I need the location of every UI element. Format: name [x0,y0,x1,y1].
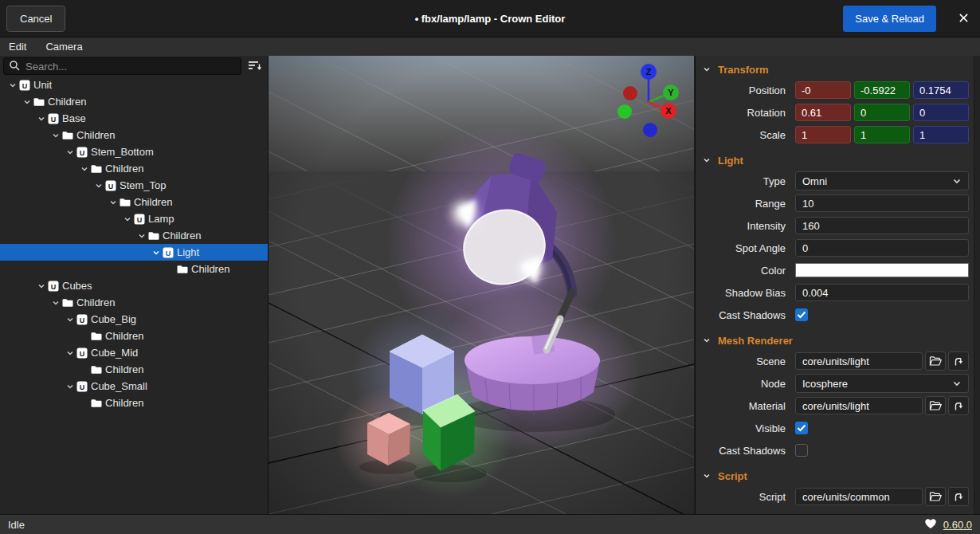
heart-icon[interactable] [924,518,937,532]
tree-item-label: Stem_Bottom [91,146,154,158]
tree-item-stem-top[interactable]: UStem_Top [0,177,268,194]
color-swatch[interactable] [795,263,969,277]
tree-item-label: Cube_Big [91,313,136,325]
material-input[interactable]: core/units/light [795,397,923,414]
viewport-3d[interactable]: Z Y X [269,56,694,514]
scene-browse-button[interactable] [925,351,946,371]
chevron-down-icon[interactable] [64,378,76,395]
unit-icon: U [76,143,91,160]
tree-item-label: Light [177,246,199,258]
tree-item-cube-big[interactable]: UCube_Big [0,311,268,328]
version-link[interactable]: 0.60.0 [943,519,972,531]
save-reload-button-label: Save & Reload [855,13,924,25]
tree-item-cube-small[interactable]: UCube_Small [0,378,268,395]
tree-item-children[interactable]: Children [0,294,268,311]
tree-item-children[interactable]: Children [0,361,268,378]
field-scale-y[interactable]: 1 [854,126,910,143]
tree-item-cubes[interactable]: UCubes [0,277,268,294]
chevron-down-icon[interactable] [703,156,711,164]
range-input[interactable]: 10 [795,194,969,212]
chevron-down-icon[interactable] [92,177,105,194]
intensity-input[interactable]: 160 [795,217,969,234]
tree-item-children[interactable]: Children [0,227,268,244]
field-scale-z[interactable]: 1 [913,126,969,143]
folder-icon [62,127,76,143]
chevron-down-icon[interactable] [64,344,76,361]
cast-shadows-checkbox[interactable] [795,308,808,321]
script-input[interactable]: core/units/common [795,488,923,505]
viewport-scene: Z Y X [269,56,694,514]
tree-item-children[interactable]: Children [0,328,268,344]
chevron-down-icon[interactable] [703,336,711,344]
save-reload-button[interactable]: Save & Reload [843,6,936,32]
inspector-scrollbar[interactable] [974,56,980,514]
property-row-node: NodeIcosphere [696,372,980,395]
material-import-button[interactable] [948,396,969,415]
tree-item-label: Children [105,363,143,375]
field-position-y[interactable]: -0.5922 [854,81,910,99]
filter-button[interactable] [244,57,266,75]
scene-input[interactable]: core/units/light [795,352,923,370]
cast-shadows-checkbox[interactable] [795,444,808,457]
search-input[interactable]: Search... [3,57,241,75]
chevron-down-icon[interactable] [6,77,19,93]
script-browse-button[interactable] [925,487,946,506]
status-bar: Idle 0.60.0 [0,514,980,534]
chevron-down-icon[interactable] [121,210,134,227]
field-rotation-y[interactable]: 0 [854,104,910,121]
tree-item-unit[interactable]: UUnit [0,77,268,93]
cancel-button[interactable]: Cancel [6,6,65,32]
tree-item-light[interactable]: ULight [0,244,268,261]
property-label: Type [696,175,786,187]
chevron-down-icon[interactable] [35,110,48,127]
property-label: Visible [696,422,786,434]
field-scale-x[interactable]: 1 [795,126,851,143]
field-rotation-x[interactable]: 0.61 [795,104,851,121]
type-select[interactable]: Omni [795,171,969,190]
chevron-down-icon[interactable] [21,93,33,110]
chevron-down-icon[interactable] [78,160,91,177]
folder-open-icon [929,491,942,502]
tree-item-label: Children [48,96,86,108]
tree-item-children[interactable]: Children [0,395,268,411]
folder-icon [91,395,105,411]
tree-item-stem-bottom[interactable]: UStem_Bottom [0,143,268,160]
node-select[interactable]: Icosphere [795,374,969,393]
scene-import-button[interactable] [948,351,969,371]
chevron-down-icon[interactable] [49,294,62,311]
spot-angle-input[interactable]: 0 [795,239,969,257]
chevron-down-icon[interactable] [703,65,711,73]
visible-checkbox[interactable] [795,422,808,434]
field-position-z[interactable]: 0.1754 [913,81,969,99]
chevron-down-icon[interactable] [64,311,76,328]
section-header-transform[interactable]: Transform [696,60,980,79]
chevron-down-icon[interactable] [35,277,48,294]
tree-item-children[interactable]: Children [0,194,268,210]
tree-item-children[interactable]: Children [0,160,268,177]
chevron-down-icon[interactable] [64,143,76,160]
chevron-down-icon[interactable] [49,127,62,143]
section-header-script[interactable]: Script [696,466,980,485]
chevron-down-icon[interactable] [107,194,120,210]
shadow-bias-input[interactable]: 0.004 [795,284,969,301]
chevron-down-icon[interactable] [703,472,711,480]
menu-camera[interactable]: Camera [45,41,82,53]
tree-item-children[interactable]: Children [0,127,268,143]
check-icon [797,311,806,319]
field-rotation-z[interactable]: 0 [913,104,969,121]
tree-item-children[interactable]: Children [0,93,268,110]
tree-item-lamp[interactable]: ULamp [0,210,268,227]
chevron-down-icon[interactable] [135,227,148,244]
chevron-down-icon[interactable] [150,244,163,261]
tree-item-base[interactable]: UBase [0,110,268,127]
section-header-light[interactable]: Light [696,151,980,170]
inspector: TransformPosition-0-0.59220.1754Rotation… [696,60,980,508]
tree-item-cube-mid[interactable]: UCube_Mid [0,344,268,361]
menu-edit[interactable]: Edit [9,41,26,53]
script-import-button[interactable] [948,487,969,506]
field-position-x[interactable]: -0 [795,81,851,99]
material-browse-button[interactable] [925,396,946,415]
section-header-mesh-renderer[interactable]: Mesh Renderer [696,331,980,350]
tree-item-children[interactable]: Children [0,261,268,277]
close-button[interactable] [957,13,970,26]
